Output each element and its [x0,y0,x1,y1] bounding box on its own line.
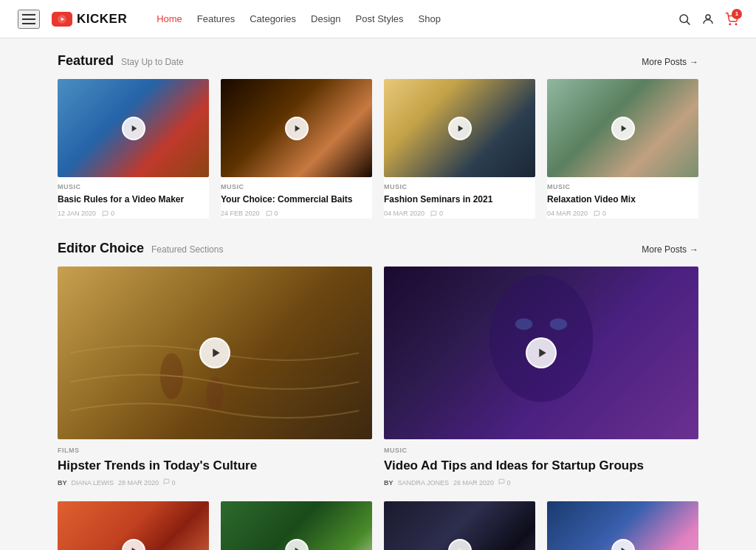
featured-card-3-thumb [384,79,535,177]
bottom-card-1-thumb [58,501,209,550]
svg-point-5 [729,24,731,25]
header-right: 1 [678,13,738,26]
main-content: Featured Stay Up to Date More Posts → MU… [46,38,710,550]
editor-card-1-date: 28 MAR 2020 [118,479,159,487]
featured-card-3-meta: MUSIC Fashion Seminars in 2021 04 MAR 20… [384,177,535,219]
featured-card-1[interactable]: MUSIC Basic Rules for a Video Maker 12 J… [58,79,209,219]
main-nav: Home Features Categories Design Post Sty… [157,13,441,24]
svg-marker-7 [131,125,137,131]
site-header: KICKER Home Features Categories Design P… [0,0,756,38]
play-icon [457,125,464,132]
featured-card-2-title: Your Choice: Commercial Baits [221,193,372,206]
logo-text: KICKER [77,12,127,27]
featured-card-4-meta: MUSIC Relaxation Video Mix 04 MAR 2020 0 [547,177,698,219]
featured-card-2-category: MUSIC [221,183,372,190]
featured-card-4-thumb [547,79,698,177]
svg-marker-13 [213,348,219,357]
nav-design[interactable]: Design [311,13,340,24]
svg-marker-8 [295,125,300,131]
svg-line-3 [687,21,690,24]
bottom-card-4-thumb [547,501,698,550]
editor-card-1-thumb [58,267,372,439]
featured-card-4-date: 04 MAR 2020 [547,210,588,217]
featured-card-4-play[interactable] [611,117,635,140]
editor-card-1-meta: FILMS Hipster Trends in Today's Culture … [58,439,372,489]
comment-icon [102,210,109,217]
editor-card-2-thumb [384,267,698,439]
bottom-card-2[interactable] [221,501,372,550]
featured-card-1-play[interactable] [122,117,145,140]
featured-card-3-comments: 0 [430,210,443,217]
bottom-card-1[interactable] [58,501,209,550]
editor-section-header: Editor Choice Featured Sections More Pos… [58,241,698,256]
featured-card-1-info: 12 JAN 2020 0 [58,210,209,217]
svg-point-16 [550,318,567,330]
nav-home[interactable]: Home [157,13,182,24]
search-button[interactable] [678,13,691,26]
featured-card-3[interactable]: MUSIC Fashion Seminars in 2021 04 MAR 20… [384,79,535,219]
hamburger-menu[interactable] [18,10,40,29]
featured-card-2-date: 24 FEB 2020 [221,210,260,217]
editor-choice-section: Editor Choice Featured Sections More Pos… [58,241,698,550]
nav-features[interactable]: Features [197,13,235,24]
featured-card-2[interactable]: MUSIC Your Choice: Commercial Baits 24 F… [221,79,372,219]
featured-card-1-date: 12 JAN 2020 [58,210,96,217]
nav-shop[interactable]: Shop [419,13,441,24]
comment-icon [498,478,505,485]
editor-card-2-category: MUSIC [384,447,698,454]
editor-card-1-by-label: BY [58,479,67,487]
bottom-card-3[interactable] [384,501,535,550]
editor-card-2-info: BY SANDRA JONES 26 MAR 2020 0 [384,478,698,487]
editor-card-2-date: 26 MAR 2020 [453,479,494,487]
logo-icon [52,12,72,27]
bottom-grid [58,501,698,550]
featured-card-4-title: Relaxation Video Mix [547,193,698,206]
svg-point-15 [515,318,532,330]
play-icon [131,547,138,550]
featured-title: Featured [58,53,114,69]
editor-main-grid: FILMS Hipster Trends in Today's Culture … [58,267,698,489]
featured-card-4[interactable]: MUSIC Relaxation Video Mix 04 MAR 2020 0 [547,79,698,219]
featured-subtitle: Stay Up to Date [121,57,184,67]
cart-button[interactable]: 1 [725,13,738,26]
featured-card-2-play[interactable] [285,117,309,140]
nav-categories[interactable]: Categories [250,13,296,24]
play-icon [537,348,548,358]
nav-post-styles[interactable]: Post Styles [356,13,404,24]
logo-link[interactable]: KICKER [52,12,127,27]
featured-card-2-info: 24 FEB 2020 0 [221,210,372,217]
svg-point-2 [680,15,688,23]
search-icon [678,13,691,26]
featured-card-4-info: 04 MAR 2020 0 [547,210,698,217]
play-logo-icon [57,14,67,24]
comment-icon [430,210,437,217]
featured-card-1-comments: 0 [102,210,114,217]
header-left: KICKER Home Features Categories Design P… [18,10,441,29]
featured-card-3-play[interactable] [448,117,472,140]
featured-card-4-category: MUSIC [547,183,698,190]
svg-marker-10 [621,125,626,131]
featured-section: Featured Stay Up to Date More Posts → MU… [58,53,698,219]
bottom-card-4[interactable] [547,501,698,550]
bottom-card-2-thumb [221,501,372,550]
comment-icon [594,210,600,217]
editor-card-2-by-label: BY [384,479,394,487]
editor-card-2[interactable]: MUSIC Video Ad Tips and Ideas for Startu… [384,267,698,489]
play-icon [620,547,628,550]
svg-marker-9 [458,125,463,131]
featured-card-3-info: 04 MAR 2020 0 [384,210,535,217]
editor-card-1-play[interactable] [199,337,230,368]
editor-card-1-author: DIANA LEWIS [72,479,114,487]
featured-card-1-category: MUSIC [58,183,209,190]
editor-card-1[interactable]: FILMS Hipster Trends in Today's Culture … [58,267,372,489]
user-button[interactable] [701,13,715,26]
featured-card-2-meta: MUSIC Your Choice: Commercial Baits 24 F… [221,177,372,219]
editor-card-1-category: FILMS [58,447,372,454]
editor-card-2-play[interactable] [526,337,557,368]
editor-more-posts[interactable]: More Posts → [642,244,698,255]
play-icon [294,125,301,132]
editor-card-2-comments-wrap: 0 [498,478,511,487]
featured-card-1-thumb [58,79,209,177]
featured-section-header: Featured Stay Up to Date More Posts → [58,53,698,69]
featured-more-posts[interactable]: More Posts → [642,57,698,67]
